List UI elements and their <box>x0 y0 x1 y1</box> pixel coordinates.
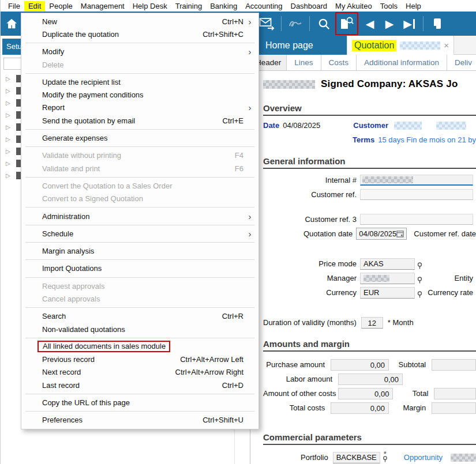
menu-item-schedule[interactable]: Schedule› <box>21 227 258 240</box>
menu-item-convert-the-quotation-to-a-sales-order: Convert the Quotation to a Sales Order <box>21 179 258 192</box>
margin-field[interactable] <box>432 402 476 414</box>
sidebar-tab-setup[interactable]: Setup <box>2 39 23 55</box>
submenu-arrow-icon: › <box>243 17 256 27</box>
customer-ref-field[interactable] <box>360 189 473 200</box>
menu-item-copy-the-url-of-this-page[interactable]: Copy the URL of this page <box>21 396 258 409</box>
menubar-item-accounting[interactable]: Accounting <box>241 1 286 11</box>
chevron-right-icon[interactable]: ▷ <box>6 100 10 106</box>
lookup-pin-icon[interactable] <box>417 262 422 270</box>
chevron-right-icon[interactable]: ▷ <box>6 160 10 167</box>
quotation-date-field[interactable]: 04/08/2025 <box>356 228 407 240</box>
menu-item-update-the-recipient-list[interactable]: Update the recipient list <box>21 76 258 88</box>
chevron-right-icon[interactable]: ▷ <box>6 88 10 94</box>
menu-item-new[interactable]: NewCtrl+N› <box>21 15 258 28</box>
total-costs-field[interactable]: 0,00 <box>331 402 389 414</box>
manager-field[interactable] <box>360 273 415 284</box>
duration-field[interactable]: 12 <box>361 317 383 329</box>
menu-item-duplicate-the-quotation[interactable]: Duplicate the quotationCtrl+Shift+C <box>21 28 258 40</box>
main-panel: Home page Quotation × HeaderLinesCostsAd… <box>250 36 476 464</box>
menu-item-validate-and-print: Validate and printF6 <box>21 162 258 175</box>
calendar-icon[interactable] <box>396 230 404 237</box>
menubar-item-training[interactable]: Training <box>171 1 206 11</box>
lookup-pin-icon[interactable] <box>417 291 422 299</box>
labor-amount-label: Labor amount <box>263 375 332 383</box>
close-tab-icon[interactable]: × <box>444 41 449 50</box>
menubar-item-dashboard[interactable]: Dashboard <box>287 1 332 11</box>
other-costs-field[interactable]: 0,00 <box>338 388 393 399</box>
next-record-icon[interactable]: ▶ <box>381 14 398 33</box>
menu-item-send-the-quotation-by-email[interactable]: Send the quotation by emailCtrl+E <box>21 114 258 127</box>
menu-item-next-record[interactable]: Next recordCtrl+Alt+Arrow Right <box>21 366 258 379</box>
menubar-item-file[interactable]: File <box>4 1 24 11</box>
menubar-item-tools[interactable]: Tools <box>376 1 402 11</box>
home-icon[interactable] <box>1 14 23 33</box>
tab-quotation[interactable]: Quotation × <box>347 36 454 55</box>
menu-item-modify-the-payment-conditions[interactable]: Modify the payment conditions <box>21 88 258 101</box>
last-record-icon[interactable]: ▶ <box>401 14 417 33</box>
lookup-pin-icon[interactable] <box>417 277 422 284</box>
menubar-item-people[interactable]: People <box>45 1 76 11</box>
menubar-item-management[interactable]: Management <box>77 1 129 11</box>
menubar-item-banking[interactable]: Banking <box>206 1 241 11</box>
menu-item-modify[interactable]: Modify› <box>21 46 258 58</box>
opportunity-label[interactable]: Opportunity <box>404 453 443 462</box>
portfolio-field[interactable]: BACKBASE <box>333 452 380 463</box>
chevron-right-icon[interactable]: ▷ <box>6 124 10 130</box>
menu-item-generate-expenses[interactable]: Generate expenses <box>21 131 258 144</box>
menu-item-last-record[interactable]: Last recordCtrl+D <box>21 379 258 391</box>
menu-item-preferences[interactable]: PreferencesCtrl+Shift+U <box>21 414 258 427</box>
customer-ref3-field[interactable] <box>360 214 473 225</box>
bookmark-icon[interactable] <box>429 14 445 33</box>
menu-separator <box>25 277 254 278</box>
subtab-deliv[interactable]: Deliv <box>447 55 476 70</box>
price-mode-field[interactable]: AKAS <box>360 258 415 270</box>
toolbar-separator <box>309 16 310 31</box>
chevron-right-icon[interactable]: ▷ <box>6 76 10 82</box>
signature-icon[interactable] <box>287 14 303 33</box>
subtab-additional-information[interactable]: Additional information <box>357 55 447 70</box>
search-icon[interactable] <box>316 14 332 33</box>
menu-item-label: Copy the URL of this page <box>42 398 130 407</box>
labor-amount-field[interactable]: 0,00 <box>338 374 403 385</box>
menu-separator <box>25 225 254 225</box>
menu-item-margin-analysis[interactable]: Margin analysis <box>21 244 258 257</box>
menu-item-label: Administration <box>42 212 89 221</box>
menubar-item-my-akuiteo[interactable]: My Akuiteo <box>331 1 376 11</box>
internal-number-field[interactable] <box>360 175 473 186</box>
subtab-costs[interactable]: Costs <box>321 55 357 70</box>
purchase-amount-field[interactable]: 0,00 <box>331 359 389 371</box>
quotation-date-label: Quotation date <box>263 229 353 238</box>
annotation-red-box-menu-item: All linked documents in sales module <box>38 341 170 352</box>
submenu-arrow-icon: › <box>243 47 256 56</box>
menu-item-search[interactable]: SearchCtrl+R <box>21 310 258 323</box>
menu-item-label: Convert the Quotation to a Sales Order <box>42 182 172 190</box>
menu-shortcut: Ctrl+Shift+U <box>203 416 243 424</box>
menubar-item-edit[interactable]: Edit <box>24 1 45 11</box>
chevron-right-icon[interactable]: ▷ <box>6 148 10 154</box>
menu-separator <box>25 338 254 338</box>
lookup-pin-icon[interactable] <box>383 456 388 463</box>
menu-item-non-validated-quotations[interactable]: Non-validated quotations <box>21 323 258 335</box>
menu-item-administration[interactable]: Administration› <box>21 210 258 222</box>
menu-item-label: Duplicate the quotation <box>42 30 119 39</box>
send-mail-icon[interactable] <box>259 14 275 33</box>
menu-item-import-quotations[interactable]: Import Quotations <box>21 262 258 275</box>
menu-separator <box>25 146 254 147</box>
linked-documents-icon[interactable] <box>339 14 355 33</box>
duration-label: Duration of validity (months) <box>263 318 357 327</box>
menubar-item-help-desk[interactable]: Help Desk <box>129 1 171 11</box>
chevron-right-icon[interactable]: ▷ <box>6 136 10 142</box>
subtotal-field[interactable] <box>432 359 476 371</box>
menu-item-previous-record[interactable]: Previous recordCtrl+Alt+Arrow Left <box>21 353 258 366</box>
total-field[interactable] <box>434 388 476 399</box>
menubar-item-help[interactable]: Help <box>402 1 425 11</box>
menu-item-all-linked-documents-in-sales-module[interactable]: All linked documents in sales module <box>21 340 258 353</box>
menu-shortcut: Ctrl+Shift+C <box>203 30 243 39</box>
previous-record-icon[interactable]: ◀ <box>362 14 378 33</box>
chevron-right-icon[interactable]: ▷ <box>6 112 10 118</box>
chevron-right-icon[interactable]: ▷ <box>6 172 10 179</box>
menu-item-report[interactable]: Report› <box>21 101 258 114</box>
tab-home-page[interactable]: Home page <box>250 36 347 55</box>
subtab-lines[interactable]: Lines <box>287 55 321 70</box>
currency-field[interactable]: EUR <box>360 287 415 299</box>
